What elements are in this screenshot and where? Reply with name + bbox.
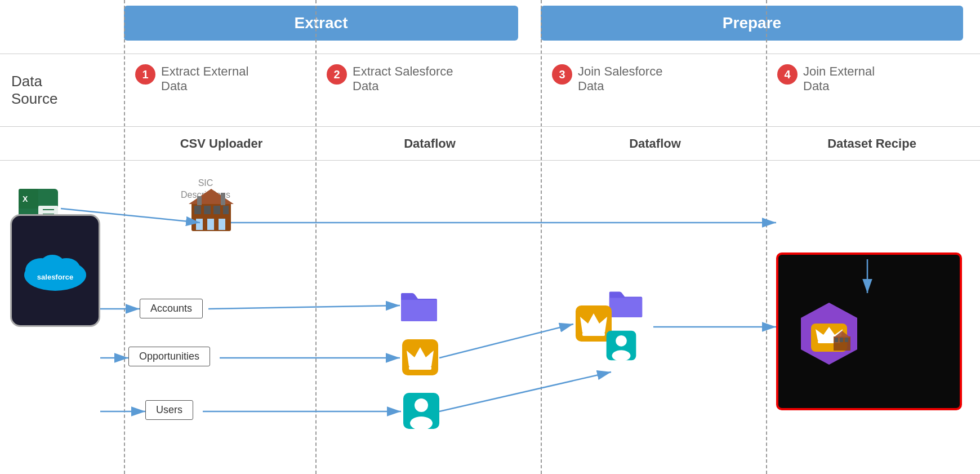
svg-rect-1 xyxy=(19,189,38,209)
factory-icon-area xyxy=(186,186,237,234)
opportunities-dataset-icon xyxy=(401,338,439,379)
folder-icon-joined xyxy=(608,287,643,318)
salesforce-box: salesforce xyxy=(10,214,100,327)
users-box: Users xyxy=(145,400,193,420)
joined-folder-icon xyxy=(608,287,643,321)
step-2-number: 2 xyxy=(327,64,347,85)
crown-icon-orange xyxy=(401,338,439,376)
svg-rect-43 xyxy=(840,338,843,342)
svg-text:X: X xyxy=(23,194,28,203)
svg-rect-27 xyxy=(409,366,431,370)
joined-person-icon xyxy=(605,330,637,364)
step-3-number: 3 xyxy=(552,64,572,85)
users-label: Users xyxy=(145,400,193,420)
step-3-cell: 3 Join SalesforceData xyxy=(545,54,765,126)
step-1-label: Extract ExternalData xyxy=(161,64,248,94)
step-4-label: Join ExternalData xyxy=(803,64,875,94)
prepare-phase-header: Prepare xyxy=(541,6,963,41)
svg-rect-16 xyxy=(207,219,214,230)
extract-label: Extract xyxy=(295,14,348,32)
person-icon-joined xyxy=(605,330,637,361)
svg-rect-15 xyxy=(196,219,203,230)
svg-point-29 xyxy=(415,398,428,412)
svg-rect-12 xyxy=(213,206,220,214)
recipe-hex xyxy=(795,300,863,367)
step-1-number: 1 xyxy=(135,64,155,85)
svg-rect-19 xyxy=(197,196,202,205)
opportunities-label: Opportunities xyxy=(128,347,210,366)
recipe-hex-icon xyxy=(795,300,863,370)
extract-phase-header: Extract xyxy=(124,6,518,41)
svg-point-36 xyxy=(612,350,631,361)
step-row: 1 Extract ExternalData 2 Extract Salesfo… xyxy=(0,54,980,127)
step-4-cell: 4 Join ExternalData xyxy=(770,54,973,126)
svg-rect-33 xyxy=(582,333,605,336)
svg-line-56 xyxy=(439,372,611,411)
accounts-box: Accounts xyxy=(140,299,203,318)
recipe-box xyxy=(776,252,962,410)
accounts-dataset-icon xyxy=(400,289,438,325)
factory-icon xyxy=(186,186,237,234)
svg-rect-17 xyxy=(219,219,225,230)
step-4-number: 4 xyxy=(777,64,798,85)
svg-rect-11 xyxy=(204,206,211,214)
svg-rect-18 xyxy=(221,193,225,205)
opportunities-box: Opportunities xyxy=(128,347,210,366)
salesforce-cloud-icon: salesforce xyxy=(21,247,89,292)
svg-point-30 xyxy=(410,417,433,430)
folder-icon xyxy=(400,289,438,322)
tool-csv-uploader: CSV Uploader xyxy=(128,127,314,160)
svg-rect-44 xyxy=(845,338,848,342)
svg-line-50 xyxy=(208,305,400,309)
svg-rect-13 xyxy=(223,206,229,214)
salesforce-logo: salesforce xyxy=(21,247,89,294)
prepare-label: Prepare xyxy=(723,14,781,32)
users-dataset-icon xyxy=(402,392,440,432)
step-2-cell: 2 Extract SalesforceData xyxy=(320,54,540,126)
svg-marker-14 xyxy=(189,189,234,204)
svg-rect-42 xyxy=(835,338,838,342)
svg-point-35 xyxy=(616,335,627,347)
step-3-label: Join SalesforceData xyxy=(578,64,662,94)
svg-text:salesforce: salesforce xyxy=(37,273,73,281)
diagram: Extract Prepare DataSource 1 Extract Ext… xyxy=(0,0,980,474)
accounts-label: Accounts xyxy=(140,299,203,318)
svg-point-23 xyxy=(40,255,65,275)
tool-row: CSV Uploader Dataflow Dataflow Dataset R… xyxy=(0,127,980,161)
svg-line-53 xyxy=(439,324,573,358)
svg-rect-10 xyxy=(194,206,201,214)
step-2-label: Extract SalesforceData xyxy=(353,64,453,94)
tool-dataflow-1: Dataflow xyxy=(320,127,540,160)
tool-dataset-recipe: Dataset Recipe xyxy=(770,127,973,160)
step-1-cell: 1 Extract ExternalData xyxy=(128,54,314,126)
tool-dataflow-2: Dataflow xyxy=(545,127,765,160)
person-icon-teal xyxy=(402,392,440,430)
